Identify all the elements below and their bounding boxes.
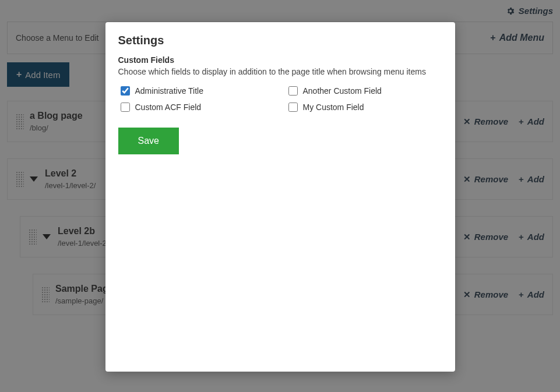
custom-field-checkbox[interactable] (121, 103, 130, 112)
custom-field-label: Custom ACF Field (135, 103, 202, 112)
modal-title: Settings (118, 34, 442, 47)
custom-field-option[interactable]: Another Custom Field (286, 84, 442, 97)
custom-field-option[interactable]: Custom ACF Field (118, 101, 274, 114)
custom-field-option[interactable]: My Custom Field (286, 101, 442, 114)
custom-field-checkbox[interactable] (121, 86, 130, 96)
settings-modal: Settings Custom Fields Choose which fiel… (105, 22, 455, 372)
save-button-label: Save (138, 136, 159, 146)
section-label: Custom Fields (118, 55, 442, 65)
custom-field-label: My Custom Field (303, 103, 364, 112)
custom-field-checkbox[interactable] (288, 103, 298, 112)
custom-field-label: Another Custom Field (303, 86, 382, 96)
section-description: Choose which fields to display in additi… (118, 67, 442, 76)
custom-field-label: Administrative Title (135, 86, 203, 96)
save-button[interactable]: Save (118, 128, 179, 154)
custom-field-option[interactable]: Administrative Title (118, 84, 274, 97)
custom-field-checkbox[interactable] (288, 86, 298, 96)
